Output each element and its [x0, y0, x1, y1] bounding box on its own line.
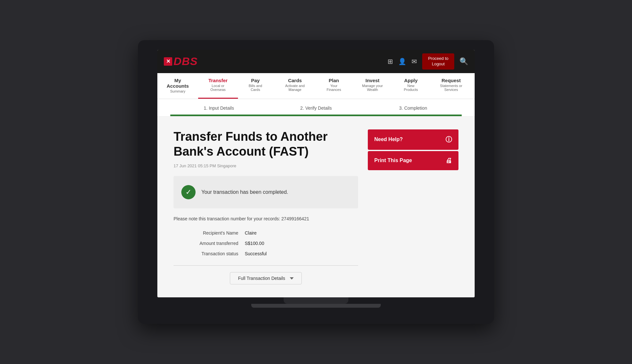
success-message: Your transaction has been completed.: [201, 189, 288, 195]
success-check-icon: ✓: [181, 185, 196, 199]
transaction-number: Please note this transaction number for …: [174, 216, 358, 221]
help-icon: ⓘ: [446, 135, 452, 144]
user-icon[interactable]: 👤: [398, 58, 406, 65]
search-icon[interactable]: 🔍: [459, 57, 468, 66]
nav-plan-main: Plan: [323, 78, 344, 83]
nav-request-main: Request: [434, 78, 468, 83]
progress-steps: 1. Input Details 2. Verify Details 3. Co…: [170, 105, 462, 115]
label-status: Transaction status: [174, 248, 245, 259]
need-help-label: Need Help?: [374, 137, 403, 142]
table-row: Recipient's Name Claire: [174, 228, 358, 238]
value-amount: S$100.00: [245, 238, 358, 248]
progress-track: [170, 115, 462, 116]
nav-pay-main: Pay: [244, 78, 267, 83]
label-recipient: Recipient's Name: [174, 228, 245, 238]
nav-cards[interactable]: Cards Activate and Manage: [273, 73, 317, 99]
logo-x-icon: ✕: [164, 57, 172, 66]
nav-request-sub: Statements or Services: [434, 84, 468, 92]
progress-fill: [170, 115, 462, 116]
details-table: Recipient's Name Claire Amount transferr…: [174, 228, 358, 259]
grid-icon[interactable]: ⊞: [388, 58, 393, 65]
step-2-label: 2. Verify Details: [267, 105, 365, 111]
nav-cards-sub: Activate and Manage: [279, 84, 310, 92]
nav-plan-sub: Your Finances: [323, 84, 344, 92]
step-1-label: 1. Input Details: [170, 105, 267, 111]
nav-transfer[interactable]: Transfer Local or Overseas: [198, 73, 238, 99]
success-box: ✓ Your transaction has been completed.: [174, 176, 358, 208]
top-bar: ✕ DBS ⊞ 👤 ✉ Proceed to Logout 🔍: [157, 50, 475, 73]
progress-container: 1. Input Details 2. Verify Details 3. Co…: [157, 99, 475, 116]
print-page-button[interactable]: Print This Page 🖨: [368, 151, 458, 170]
top-icons: ⊞ 👤 ✉ Proceed to Logout 🔍: [388, 53, 468, 70]
nav-request[interactable]: Request Statements or Services: [428, 73, 475, 99]
table-row: Transaction status Successful: [174, 248, 358, 259]
nav-apply[interactable]: Apply New Products: [394, 73, 427, 99]
nav-invest-sub: Manage your Wealth: [357, 84, 388, 92]
print-icon: 🖨: [446, 157, 452, 164]
nav-apply-main: Apply: [401, 78, 421, 83]
nav-pay-sub: Bills and Cards: [244, 84, 267, 92]
need-help-button[interactable]: Need Help? ⓘ: [368, 129, 458, 150]
nav-plan[interactable]: Plan Your Finances: [317, 73, 351, 99]
value-recipient: Claire: [245, 228, 358, 238]
nav-my-accounts-sub: Summary: [164, 89, 192, 93]
logo: ✕ DBS: [164, 55, 198, 68]
left-content: Transfer Funds to Another Bank's Account…: [174, 129, 358, 284]
page-title: Transfer Funds to Another Bank's Account…: [174, 129, 358, 159]
right-sidebar: Need Help? ⓘ Print This Page 🖨: [368, 129, 458, 284]
page-date: 17 Jun 2021 05:15 PM Singapore: [174, 163, 358, 168]
details-divider: [174, 265, 358, 266]
laptop-stand: [284, 297, 348, 304]
nav-invest-main: Invest: [357, 78, 388, 83]
laptop-base: [251, 304, 381, 308]
nav-cards-main: Cards: [279, 78, 310, 83]
content-wrapper: Transfer Funds to Another Bank's Account…: [174, 129, 458, 284]
nav-bar: My Accounts Summary Transfer Local or Ov…: [157, 73, 475, 99]
nav-invest[interactable]: Invest Manage your Wealth: [351, 73, 394, 99]
chevron-down-icon: [290, 277, 294, 280]
full-details-button[interactable]: Full Transaction Details: [230, 272, 302, 284]
nav-apply-sub: New Products: [401, 84, 421, 92]
nav-my-accounts[interactable]: My Accounts Summary: [157, 73, 198, 99]
nav-transfer-sub: Local or Overseas: [205, 84, 231, 92]
mail-icon[interactable]: ✉: [412, 58, 417, 65]
step-3-label: 3. Completion: [365, 105, 462, 111]
label-amount: Amount transferred: [174, 238, 245, 248]
nav-pay[interactable]: Pay Bills and Cards: [238, 73, 273, 99]
nav-my-accounts-main: My Accounts: [164, 78, 192, 89]
logout-button[interactable]: Proceed to Logout: [422, 53, 454, 70]
logo-dbs-text: DBS: [174, 55, 198, 68]
print-label: Print This Page: [374, 158, 412, 163]
main-content: Transfer Funds to Another Bank's Account…: [157, 116, 475, 297]
full-details-label: Full Transaction Details: [238, 276, 285, 281]
value-status: Successful: [245, 248, 358, 259]
table-row: Amount transferred S$100.00: [174, 238, 358, 248]
nav-transfer-main: Transfer: [205, 78, 231, 83]
